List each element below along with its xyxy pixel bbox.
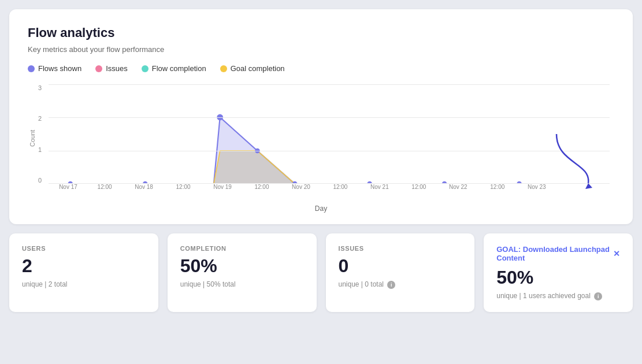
grid-line-2 — [49, 117, 610, 118]
metric-sub-goal: unique | 1 users achieved goal i — [496, 292, 620, 300]
chart-legend: Flows shown Issues Flow completion Goal … — [28, 64, 614, 73]
chart-svg — [49, 84, 610, 184]
metric-sub-issues: unique | 0 total i — [339, 280, 462, 289]
metrics-row: USERS 2 unique | 2 total COMPLETION 50% … — [9, 233, 633, 312]
x-label-1200-2: 12:00 — [176, 184, 191, 190]
x-label-1200-3: 12:00 — [254, 184, 269, 190]
chart-area: Count 3 2 1 0 — [28, 84, 614, 200]
legend-label-flow-completion: Flow completion — [152, 64, 206, 73]
page-title: Flow analytics — [28, 25, 614, 40]
metric-value-issues: 0 — [339, 255, 462, 277]
legend-flows-shown: Flows shown — [28, 64, 81, 73]
goal-x-icon[interactable]: ✕ — [613, 249, 620, 258]
metric-value-users: 2 — [22, 255, 146, 277]
metric-card-completion: COMPLETION 50% unique | 50% total — [168, 233, 317, 312]
metric-label-issues: ISSUES — [339, 245, 462, 252]
x-label-1200-4: 12:00 — [333, 184, 347, 190]
x-labels: Nov 17 12:00 Nov 18 12:00 Nov 19 12:00 N… — [49, 184, 610, 200]
metric-card-goal: GOAL: Downloaded Launchpad Content✕ 50% … — [484, 233, 633, 312]
goal-completion-area — [70, 151, 519, 184]
x-label-nov18: Nov 18 — [135, 184, 153, 190]
info-icon-issues[interactable]: i — [387, 281, 395, 289]
metric-value-goal: 50% — [496, 267, 620, 288]
y-labels: 3 2 1 0 — [38, 84, 42, 184]
grid-line-1 — [49, 151, 610, 151]
y-label-2: 2 — [38, 115, 42, 122]
legend-dot-issues — [95, 65, 102, 72]
legend-dot-flows-shown — [28, 65, 35, 72]
legend-label-flows-shown: Flows shown — [38, 64, 81, 73]
page-subtitle: Key metrics about your flow performance — [28, 45, 614, 54]
metric-sub-users: unique | 2 total — [22, 280, 146, 288]
x-label-nov21: Nov 21 — [370, 184, 389, 190]
goal-title: GOAL: Downloaded Launchpad Content✕ — [496, 245, 620, 262]
metric-sub-completion: unique | 50% total — [180, 280, 304, 288]
legend-dot-flow-completion — [142, 65, 149, 72]
x-label-nov17: Nov 17 — [59, 184, 77, 190]
metric-value-completion: 50% — [180, 255, 304, 277]
metric-card-users: USERS 2 unique | 2 total — [9, 233, 158, 312]
x-label-1200-1: 12:00 — [98, 184, 112, 190]
x-label-1200-6: 12:00 — [490, 184, 504, 190]
x-label-nov19: Nov 19 — [213, 184, 232, 190]
y-label-0: 0 — [38, 177, 42, 184]
legend-label-goal-completion: Goal completion — [231, 64, 285, 73]
chart-inner — [49, 84, 610, 184]
legend-issues: Issues — [95, 64, 128, 73]
y-axis-label: Count — [29, 138, 36, 147]
goal-completion-line — [70, 151, 519, 184]
x-label-nov23: Nov 23 — [528, 184, 546, 190]
grid-line-3 — [49, 84, 610, 85]
metric-card-issues: ISSUES 0 unique | 0 total i — [326, 233, 475, 312]
legend-goal-completion: Goal completion — [220, 64, 285, 73]
legend-flow-completion: Flow completion — [142, 64, 206, 73]
x-axis-title: Day — [28, 205, 614, 213]
analytics-card: Flow analytics Key metrics about your fl… — [9, 9, 633, 224]
legend-label-issues: Issues — [106, 64, 128, 73]
y-label-1: 1 — [38, 146, 42, 153]
info-icon-goal[interactable]: i — [594, 292, 602, 300]
x-label-1200-5: 12:00 — [411, 184, 426, 190]
metric-label-completion: COMPLETION — [180, 245, 304, 252]
x-label-nov20: Nov 20 — [292, 184, 310, 190]
legend-dot-goal-completion — [220, 65, 227, 72]
metric-label-users: USERS — [22, 245, 146, 252]
x-label-nov22: Nov 22 — [449, 184, 467, 190]
y-label-3: 3 — [38, 84, 42, 91]
